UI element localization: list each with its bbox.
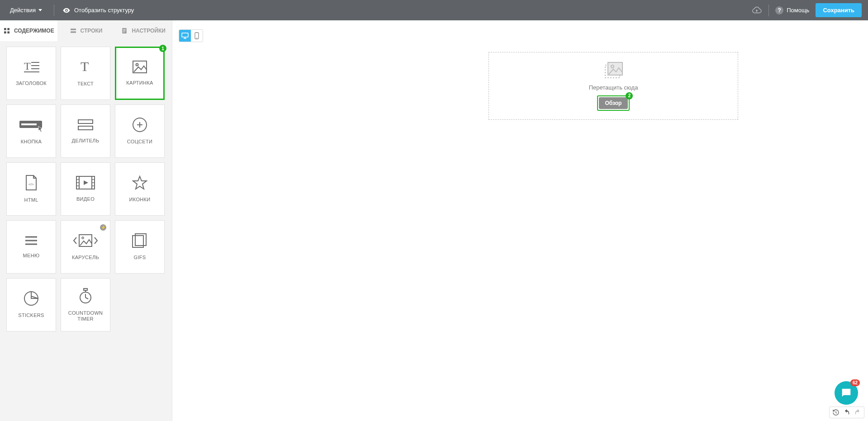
tab-rows-label: СТРОКИ — [81, 28, 103, 34]
tile-label: КАРТИНКА — [126, 80, 153, 86]
sidebar: СОДЕРЖИМОЕ СТРОКИ НАСТРОЙКИ T ЗАГОЛОВОК … — [0, 20, 172, 421]
tile-gifs[interactable]: GIFS — [115, 220, 165, 274]
tile-countdown-timer[interactable]: COUNTDOWN TIMER — [61, 278, 110, 331]
video-icon — [76, 175, 95, 190]
tile-label: ЗАГОЛОВОК — [16, 80, 47, 86]
history-icon — [832, 409, 840, 416]
rows-icon — [70, 27, 77, 34]
step-badge-1: 1 — [159, 45, 166, 52]
svg-rect-2 — [4, 31, 6, 33]
chevron-down-icon — [38, 9, 42, 11]
help-icon: ? — [775, 6, 783, 14]
tile-html[interactable]: </> HTML — [6, 162, 56, 216]
tile-label: ВИДЕО — [76, 196, 95, 202]
timer-icon — [78, 288, 93, 304]
tile-menu[interactable]: МЕНЮ — [6, 220, 56, 274]
browse-button[interactable]: Обзор — [599, 97, 628, 109]
image-placeholder-icon — [603, 61, 623, 80]
svg-point-17 — [136, 64, 138, 66]
divider-icon — [76, 118, 95, 132]
sidebar-tabs: СОДЕРЖИМОЕ СТРОКИ НАСТРОЙКИ — [0, 20, 172, 41]
chat-fab[interactable]: 62 — [835, 381, 858, 405]
carousel-icon — [73, 233, 98, 248]
chat-icon — [840, 387, 853, 399]
divider — [54, 5, 54, 16]
tile-label: ТЕКСТ — [77, 81, 94, 87]
history-button[interactable] — [831, 408, 840, 417]
svg-rect-0 — [4, 28, 6, 30]
svg-rect-19 — [21, 123, 37, 125]
redo-button[interactable] — [853, 408, 862, 417]
undo-button[interactable] — [842, 408, 851, 417]
main: СОДЕРЖИМОЕ СТРОКИ НАСТРОЙКИ T ЗАГОЛОВОК … — [0, 20, 868, 421]
svg-rect-5 — [71, 31, 76, 33]
svg-rect-3 — [7, 31, 9, 33]
tile-video[interactable]: ВИДЕО — [61, 162, 110, 216]
svg-line-46 — [85, 298, 88, 299]
tile-label: МЕНЮ — [23, 253, 40, 259]
tile-stickers[interactable]: STICKERS — [6, 278, 56, 331]
button-icon — [19, 117, 44, 132]
gifs-icon — [132, 233, 148, 248]
tile-text[interactable]: T ТЕКСТ — [61, 47, 110, 100]
svg-text:T: T — [81, 59, 89, 74]
svg-rect-47 — [84, 289, 87, 290]
svg-rect-21 — [78, 126, 93, 130]
show-structure-toggle[interactable]: Отобразить структуру — [62, 6, 134, 14]
svg-point-53 — [196, 38, 197, 38]
chat-count-badge: 62 — [850, 379, 860, 386]
top-bar-left: Действия Отобразить структуру — [6, 4, 134, 16]
image-dropzone[interactable]: Перетащить сюда 2 Обзор — [489, 52, 738, 120]
bolt-icon: ⚡ — [100, 224, 106, 231]
svg-text:T: T — [24, 60, 31, 72]
text-icon: T — [78, 59, 93, 75]
top-bar: Действия Отобразить структуру ? Помощь С… — [0, 0, 868, 20]
tab-rows[interactable]: СТРОКИ — [57, 20, 115, 41]
svg-rect-1 — [7, 28, 9, 30]
tile-divider[interactable]: ДЕЛИТЕЛЬ — [61, 104, 110, 158]
tab-settings-label: НАСТРОЙКИ — [132, 28, 165, 34]
tile-label: HTML — [24, 197, 38, 203]
tab-settings[interactable]: НАСТРОЙКИ — [114, 20, 172, 41]
desktop-icon — [181, 33, 189, 39]
tab-content[interactable]: СОДЕРЖИМОЕ — [0, 20, 57, 41]
device-toggle — [179, 29, 203, 42]
tile-label: COUNTDOWN TIMER — [61, 310, 110, 322]
mobile-view-button[interactable] — [191, 30, 203, 42]
document-icon — [121, 27, 128, 34]
content-tiles: T ЗАГОЛОВОК T ТЕКСТ 1 КАРТИНКА КНОПКА ДЕ… — [0, 41, 172, 337]
tile-image[interactable]: 1 КАРТИНКА — [115, 47, 165, 100]
divider — [768, 5, 769, 16]
tile-carousel[interactable]: ⚡ КАРУСЕЛЬ — [61, 220, 110, 274]
browse-highlight: 2 Обзор — [597, 95, 630, 111]
tile-icons[interactable]: ИКОНКИ — [115, 162, 165, 216]
tile-label: STICKERS — [18, 312, 44, 318]
cloud-upload-icon[interactable] — [751, 5, 762, 15]
canvas: Перетащить сюда 2 Обзор 62 — [172, 20, 868, 421]
grid-icon — [3, 27, 10, 34]
help-button[interactable]: ? Помощь — [775, 6, 809, 14]
social-icon — [132, 117, 147, 132]
show-structure-label: Отобразить структуру — [74, 7, 134, 14]
drop-text: Перетащить сюда — [589, 84, 638, 91]
history-controls — [829, 407, 864, 418]
tile-label: GIFS — [134, 255, 146, 260]
step-badge-2: 2 — [626, 92, 633, 99]
top-bar-right: ? Помощь Сохранить — [751, 3, 862, 17]
svg-marker-35 — [84, 180, 88, 185]
help-label: Помощь — [787, 7, 809, 14]
tile-heading[interactable]: T ЗАГОЛОВОК — [6, 47, 56, 100]
mobile-icon — [194, 32, 199, 39]
svg-text:</>: </> — [28, 182, 34, 186]
heading-icon: T — [22, 60, 40, 74]
tile-social[interactable]: СОЦСЕТИ — [115, 104, 165, 158]
tile-button[interactable]: КНОПКА — [6, 104, 56, 158]
tile-label: ИКОНКИ — [129, 197, 151, 203]
actions-dropdown[interactable]: Действия — [6, 4, 46, 16]
desktop-view-button[interactable] — [179, 30, 191, 42]
svg-point-41 — [82, 237, 84, 239]
image-icon — [132, 60, 147, 74]
save-button[interactable]: Сохранить — [816, 3, 862, 17]
tile-label: СОЦСЕТИ — [127, 139, 152, 145]
svg-rect-49 — [182, 33, 188, 37]
